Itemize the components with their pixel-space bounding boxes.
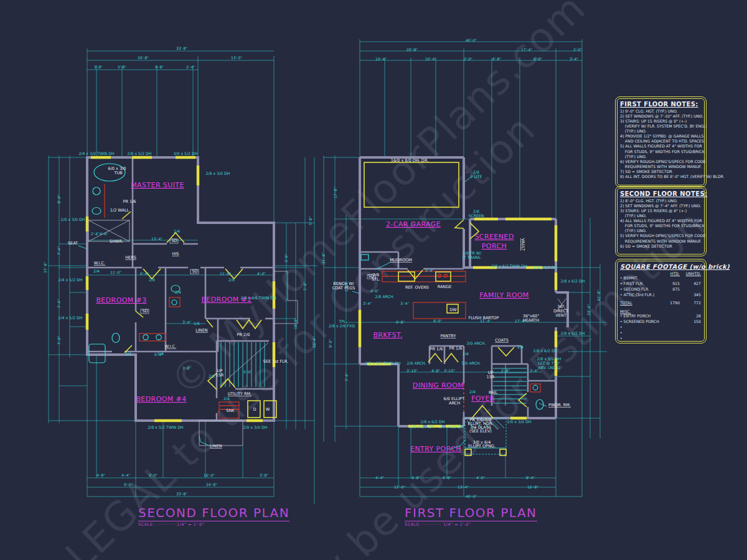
dimension-label: 3'-4": [530, 368, 538, 373]
window-label: 2/0 x 3/0 DH: [507, 419, 532, 424]
dimension-label: 18'-0": [293, 318, 298, 329]
window-label: 2/0 x 6/2 DH: [439, 424, 464, 429]
note-line: 5) ALL WALLS FIGURED AT 4" WIDTHS FOR: [620, 144, 702, 149]
second-floor-plan-title: SECOND FLOOR PLAN: [138, 505, 289, 521]
annotation-label: LINEN: [210, 444, 222, 449]
note-line: 4) PROVIDE 1/2" GYPBD. @ GARAGE WALLS: [620, 134, 702, 139]
annotation-label: PR 1/6: [123, 199, 136, 204]
dimension-label: 33'-8": [176, 46, 187, 50]
master-sink: [93, 187, 100, 195]
dimension-label: 3'-0": [284, 254, 288, 263]
dimension-label: 11'-0": [110, 270, 121, 274]
note-line: AND CEILING ADJACENT TO HTD. SPACES: [620, 139, 702, 144]
window-label: 2/8 x 6/2 DH: [561, 331, 585, 335]
dimension-label: 3'-4": [363, 301, 372, 306]
door-label: 2/4: [175, 290, 181, 294]
dimension-label: 4'-4": [121, 473, 130, 477]
dimension-label: 15'-8": [527, 485, 538, 489]
door-label: 2/4: [125, 352, 131, 356]
dimension-label: 13'-4": [151, 236, 162, 241]
annotation-label: COAT PEGS: [332, 286, 355, 291]
hall-bath-toilet: [112, 334, 120, 343]
second-floor-plan-title-block: SECOND FLOOR PLAN SCALE: ············ 1/…: [138, 505, 256, 527]
dimension-label: 4'-6": [100, 231, 108, 236]
annotation-label: PANTRY: [441, 334, 456, 338]
dimension-label: 9'-0": [124, 482, 133, 487]
note-line: REQUIREMENTS WITH WINDOW MANUF.: [620, 239, 702, 244]
door-label: 2/4: [463, 352, 469, 356]
note-line: (TYP.) UNO.: [620, 154, 702, 159]
annotation-label: LINEN: [195, 328, 208, 333]
note-line: 7) SD = SMOKE DETECTOR: [620, 169, 702, 174]
room-label: BEDROOM #3: [96, 296, 146, 304]
note-line: REQUIREMENTS WITH WINDOW MANUF.: [620, 164, 702, 169]
annotation-label: RANGE: [438, 284, 452, 289]
porch-post: [500, 449, 506, 455]
note-line: 2) SET WINDOWS @ 7'-4" AFF. (TYP.) UNO.: [620, 203, 702, 208]
annotation-label: UTILITY RM.: [228, 391, 251, 396]
dimension-label: 4'-8": [431, 368, 440, 373]
note-line: 6) VERIFY ROUGH-OPNG'S/SPECS FOR CODE: [620, 159, 702, 164]
square-footage-header: HTD. UNHTD.: [620, 271, 702, 276]
window-label: 9 LITE: [471, 174, 482, 179]
door-label: 1/6: [194, 321, 200, 325]
note-line: FOR STUDS, 9" WIDTHS FOR STUD/BRICK: [620, 149, 702, 154]
annotation-label: SD: [171, 238, 177, 243]
room-label: FOYER: [471, 394, 495, 403]
door-label: 2/8: [209, 374, 215, 378]
annotation-label: VAULT: [520, 238, 525, 251]
second-floor-notes-list: 1) 8'-0" CLG. HGT. (TYP.) UNO.2) SET WIN…: [620, 198, 702, 249]
annotation-label: SD: [142, 309, 148, 314]
annotation-label: ELLIPT OPNG.: [468, 444, 496, 449]
first-floor-notes-list: 1) 9'-0" CLG. HGT. (TYP.) UNO.2) SET WIN…: [620, 109, 702, 179]
dimension-label: 16'-0": [204, 473, 215, 477]
door-label: 2/4: [517, 345, 524, 349]
dimension-label: 8'-0": [57, 195, 61, 203]
annotation-label: SEE 1st FLR.: [263, 359, 288, 364]
window-label: 2/8 x 5/2 DH: [537, 357, 561, 361]
room-label: PORCH: [482, 242, 507, 250]
door-label: 2/4: [223, 396, 230, 401]
door-label: 2/8: [149, 278, 155, 282]
first-floor-plan-title-block: FIRST FLOOR PLAN SCALE: ············ 1/4…: [405, 505, 512, 527]
annotation-label: SNK: [226, 408, 235, 413]
dimension-label: 4'-4": [375, 475, 384, 480]
window-label: 2/4 x 5/2 DH: [59, 278, 83, 282]
note-line: (VERIFY W/ FLR. SYSTEM SPEC'D. BY ENG.): [620, 124, 702, 129]
door-label: 2/8 ARCH.: [407, 361, 426, 365]
annotation-label: 1/2 WALL: [110, 208, 129, 213]
dimension-label: 11'-8": [220, 271, 231, 276]
annotation-label: SHWR.: [110, 239, 123, 244]
dimension-label: 20'-8": [138, 55, 149, 60]
annotation-label: COATS: [495, 338, 509, 343]
first-floor-plan-scale: SCALE: ············ 1/4" = 1'-0": [405, 522, 512, 527]
dimension-label: 2'-6": [91, 231, 100, 236]
dimension-label: 2'-0": [464, 57, 472, 61]
square-footage-row: TOTAL1790772: [620, 301, 702, 306]
note-line: 6) SD = SMOKE DETECTOR: [620, 244, 702, 249]
second-floor-notes-box: SECOND FLOOR NOTES: 1) 8'-0" CLG. HGT. (…: [615, 186, 707, 256]
door-label: 5/0 ARCH.: [462, 361, 481, 365]
misc-label: MISC.: [620, 309, 702, 314]
window-label: 2/8 x 6/2 TWIN DH: [491, 264, 527, 268]
first-floor-plan-title: FIRST FLOOR PLAN: [405, 505, 537, 521]
dimension-label: 10'-4": [375, 57, 387, 61]
annotation-label: W.I.C.: [165, 344, 176, 349]
dimension-label: 5'-8": [308, 217, 312, 225]
note-line: 5) VERIFY ROUGH OPNG'S/SPECS FOR CODE: [620, 233, 702, 238]
window-label: SCREEN: [469, 213, 484, 218]
window-label: 2/8 x 6/2 DH: [533, 265, 558, 269]
square-footage-row: • SCREENED PORCH150: [620, 319, 702, 325]
square-footage-box: SQUARE FOOTAGE (w/o brick) HTD. UNHTD. •…: [615, 259, 707, 343]
door-label: 2/8: [228, 278, 235, 282]
dimension-label: 40'-0": [466, 494, 477, 498]
room-label: DINING ROOM: [413, 381, 464, 390]
dimension-label: 7'-4": [344, 373, 349, 381]
annotation-label: MUDROOM: [390, 258, 412, 263]
dimension-label: 5'-8": [118, 65, 126, 69]
blueprint-sheet: © MyHomeFloorPlans.com ILLEGAL to use fo…: [0, 0, 747, 560]
dimension-label: 9'-0": [433, 319, 442, 323]
dimension-label: 33'-8": [176, 492, 187, 496]
dimension-label: 3'-8": [182, 366, 191, 370]
window-label: 2/8 x 6/2 DH: [533, 348, 558, 353]
